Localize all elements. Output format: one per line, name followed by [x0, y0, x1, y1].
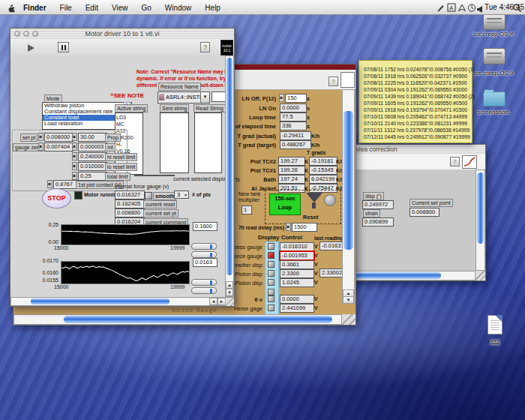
scrollbar-thumb[interactable] [226, 58, 232, 275]
scroll-down-arrow[interactable]: ▼ [343, 296, 354, 304]
hi-reset-stepper[interactable] [72, 152, 77, 160]
vi-icon-main[interactable]: motor 10:1 [220, 40, 233, 56]
menu-finder[interactable]: Finder [16, 1, 53, 15]
intensifier-disp-field[interactable]: 0.3661 [280, 260, 314, 269]
intensifier-disp-toggle[interactable] [268, 261, 274, 268]
stop-button[interactable]: STOP [42, 188, 71, 208]
current-set-point-field[interactable]: 0.008800 [410, 208, 440, 217]
scroll-down-arrow[interactable]: ▼ [226, 289, 233, 296]
zoom-button[interactable] [32, 31, 38, 37]
int-field[interactable]: 0.000003 [78, 142, 107, 152]
piston-disp1-field[interactable]: 2.3300 [280, 269, 314, 278]
menu-help[interactable]: Help [198, 1, 227, 15]
desktop-icon-xxx-label[interactable]: xxx [472, 338, 518, 344]
area-window-titlebar[interactable]: Area correction [352, 145, 485, 155]
volume-menu-icon[interactable] [476, 3, 483, 16]
gauge-zero-field[interactable]: 0.007404 [44, 142, 74, 152]
six-v-toggle[interactable] [268, 296, 274, 302]
force-gauge-field[interactable]: -0.001953 [280, 251, 314, 260]
pause-button[interactable] [58, 42, 69, 52]
vi-icon-area[interactable] [462, 155, 477, 169]
gauge-zero-stepper[interactable] [38, 142, 44, 151]
menu-go[interactable]: Go [134, 1, 158, 15]
g2-scale-slider-x[interactable] [191, 279, 217, 286]
scroll-left-arrow[interactable]: ◄ [209, 298, 218, 305]
scrollbar-thumb[interactable] [31, 298, 170, 304]
disp-field[interactable]: 0.249972 [362, 200, 394, 209]
t-grad-actual-field[interactable]: -0.29411 [280, 131, 311, 140]
ln-off-stepper[interactable] [279, 94, 284, 102]
pist-tc1-grad[interactable]: -0.15345 [309, 166, 338, 175]
stress-gauge-toggle[interactable] [268, 243, 274, 250]
hi-reset-field[interactable]: 0.240000 [78, 152, 107, 161]
menu-view[interactable]: View [105, 1, 135, 15]
menu-window[interactable]: Window [158, 1, 199, 15]
ink-menu-icon[interactable] [436, 2, 445, 16]
prop-field[interactable]: 30.00 [78, 133, 107, 142]
total-limit-field[interactable]: 0.25 [78, 172, 107, 181]
loop-button[interactable]: 150-sec Loop [269, 194, 301, 215]
ln-on-field[interactable]: 0.0000 [280, 104, 307, 112]
scroll-right-arrow[interactable]: ► [218, 298, 226, 305]
pist-tc1-field[interactable]: 199.26 [278, 166, 305, 175]
area-vertical-scrollbar[interactable] [476, 170, 485, 271]
scrollbar-thumb[interactable] [477, 172, 484, 244]
resize-grip[interactable] [342, 314, 356, 325]
lo-reset-field[interactable]: 0.010000 [78, 162, 107, 171]
tan-horizontal-scrollbar[interactable] [14, 314, 342, 325]
loop-time-field[interactable]: 77.5 [280, 112, 307, 122]
main-titlebar[interactable]: Motor driver 10 to 1 v8.vi [10, 28, 234, 40]
num-pts-dropdown[interactable]: 3▼ [174, 190, 189, 199]
piston-disp2-field[interactable]: 1.0245 [280, 278, 314, 287]
set-pt-field[interactable]: 0.008000 [44, 133, 74, 142]
area-horizontal-scrollbar[interactable] [352, 271, 476, 280]
apple-menu[interactable] [6, 2, 16, 16]
run-button-icon[interactable] [28, 44, 34, 52]
selected-displacement-field[interactable] [134, 175, 175, 176]
g1-scale-slider-y[interactable] [191, 251, 217, 258]
read-string-box[interactable] [194, 112, 222, 173]
bath-grad[interactable]: 6.042199 [309, 175, 338, 184]
menu-edit[interactable]: Edit [79, 1, 105, 15]
help-icon[interactable]: ? [450, 157, 460, 166]
scroll-up-arrow[interactable]: ▲ [226, 281, 233, 289]
force-gauge-toggle[interactable] [268, 252, 274, 259]
resize-grip[interactable] [476, 271, 485, 280]
spotlight-icon[interactable] [512, 2, 522, 16]
stress-gauge-field[interactable]: -0.016310 [280, 242, 314, 251]
sticky-note[interactable]: 07/08/11 1752 hrs 0.024078"/0.008756 #00… [358, 60, 472, 143]
read-delay-stepper[interactable] [286, 223, 291, 231]
scrollbar-thumb[interactable] [64, 316, 332, 323]
menu-file[interactable]: File [53, 1, 79, 15]
read-delay-field[interactable]: 1500 [292, 223, 317, 232]
help-icon[interactable]: ? [328, 76, 338, 86]
desktop-icon-disk1-label[interactable]: ice creep OS X [465, 31, 522, 38]
input-menu-icon[interactable]: A [447, 2, 456, 16]
ln-off-field[interactable]: 150 [285, 94, 307, 103]
resize-grip[interactable] [226, 298, 235, 306]
sent-string-box[interactable] [160, 112, 189, 173]
pist-tc2-field[interactable]: 199.27 [278, 157, 305, 166]
close-button[interactable] [14, 31, 20, 37]
prop-stepper[interactable] [72, 133, 77, 141]
help-icon[interactable]: ? [200, 42, 210, 52]
scrollbar-thumb[interactable] [355, 272, 441, 279]
piston-disp1-toggle[interactable] [268, 270, 274, 277]
pist-tc2-grad[interactable]: -0.19181 [309, 157, 338, 166]
airport-menu-icon[interactable] [458, 2, 466, 16]
total-limit-stepper[interactable] [72, 172, 77, 180]
set-pt-stepper[interactable] [38, 133, 44, 141]
elapsed-time-field[interactable]: 336 [280, 122, 307, 130]
clock-menu-icon[interactable] [467, 2, 476, 16]
new-tank-value[interactable]: 1 [242, 206, 252, 214]
resource-dropdown[interactable]: ASRL4::INSTR ▼ [158, 92, 210, 104]
pist-contact-stepper[interactable] [47, 180, 52, 188]
motor-running-checkbox[interactable] [74, 191, 82, 200]
main-horizontal-scrollbar[interactable]: ◄ ► [10, 297, 234, 306]
chevron-down-icon[interactable]: ▼ [200, 92, 209, 103]
int-stepper[interactable] [72, 142, 77, 151]
spare-toggle[interactable] [268, 289, 274, 296]
heise-gage-field[interactable]: 2.441099 [280, 304, 314, 313]
piston-disp2-toggle[interactable] [268, 279, 274, 286]
vi-icon-tan[interactable] [340, 72, 355, 88]
